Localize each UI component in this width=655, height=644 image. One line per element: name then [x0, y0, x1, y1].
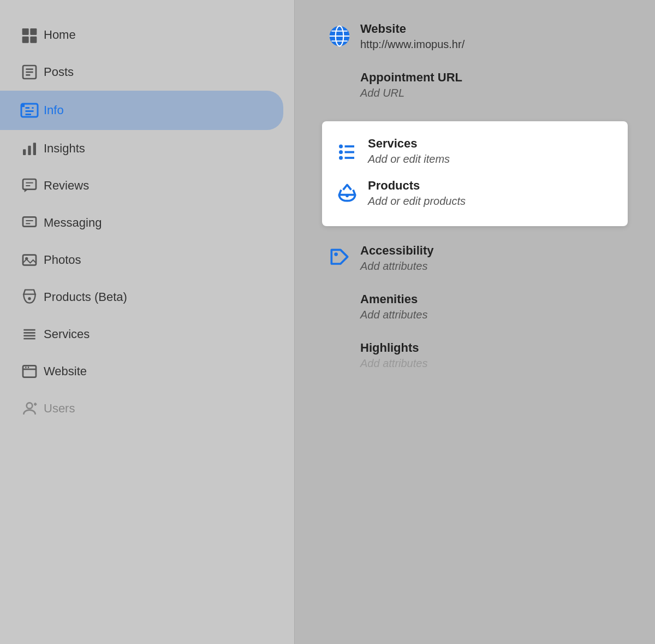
svg-rect-16: [33, 143, 36, 155]
posts-icon: [15, 63, 44, 81]
sidebar-item-reviews[interactable]: Reviews: [0, 167, 283, 204]
website-globe-icon: [327, 24, 360, 48]
svg-point-49: [334, 252, 338, 256]
sidebar-item-photos-label: Photos: [44, 253, 81, 267]
highlights-content: Highlights Add attributes: [360, 341, 427, 370]
sidebar-item-posts[interactable]: Posts: [0, 54, 283, 91]
services-subtitle: Add or edit items: [368, 153, 450, 166]
amenities-title: Amenities: [360, 292, 427, 306]
reviews-icon: [15, 177, 44, 194]
svg-point-32: [25, 367, 27, 368]
svg-rect-3: [30, 37, 37, 43]
svg-rect-20: [23, 217, 36, 226]
products-beta-icon: [15, 288, 44, 306]
website-icon: [15, 363, 44, 380]
amenities-row[interactable]: Amenities Add attributes: [322, 292, 628, 321]
services-title: Services: [368, 137, 450, 151]
accessibility-content: Accessibility Add attributes: [360, 244, 434, 273]
products-subtitle: Add or edit products: [368, 195, 466, 208]
sidebar-item-home-label: Home: [44, 28, 76, 42]
svg-point-33: [28, 367, 29, 368]
svg-rect-15: [28, 146, 31, 155]
svg-rect-23: [23, 255, 36, 265]
services-list-icon: [335, 139, 368, 162]
sidebar-item-services-label: Services: [44, 327, 90, 341]
sidebar-item-products-beta-label: Products (Beta): [44, 290, 127, 304]
accessibility-row[interactable]: Accessibility Add attributes: [322, 244, 628, 273]
svg-rect-30: [23, 365, 36, 377]
sidebar-item-insights[interactable]: Insights: [0, 130, 283, 167]
sidebar-item-home[interactable]: Home: [0, 16, 283, 54]
svg-rect-14: [23, 149, 26, 155]
appointment-url-subtitle: Add URL: [360, 87, 462, 99]
sidebar-item-website-label: Website: [44, 364, 87, 379]
photos-icon: [15, 251, 44, 269]
svg-rect-13: [21, 104, 25, 107]
highlights-row[interactable]: Highlights Add attributes: [322, 341, 628, 370]
website-title: Website: [360, 22, 465, 36]
products-title: Products: [368, 179, 466, 193]
home-icon: [15, 26, 44, 44]
svg-point-46: [339, 156, 343, 160]
website-url: http://www.imopus.hr/: [360, 38, 465, 51]
sidebar-item-products-beta[interactable]: Products (Beta): [0, 279, 283, 316]
main-content: Website http://www.imopus.hr/ Appointmen…: [295, 0, 655, 644]
highlights-subtitle: Add attributes: [360, 357, 427, 370]
sidebar-item-photos[interactable]: Photos: [0, 241, 283, 279]
sidebar-item-info[interactable]: Info: [0, 91, 283, 130]
svg-rect-17: [23, 179, 36, 190]
svg-rect-1: [30, 28, 37, 35]
sidebar-item-info-label: Info: [44, 103, 64, 117]
sidebar-item-services[interactable]: Services: [0, 316, 283, 353]
products-content: Products Add or edit products: [368, 179, 466, 208]
sidebar-item-messaging-label: Messaging: [44, 216, 102, 230]
products-row[interactable]: Products Add or edit products: [335, 179, 615, 208]
svg-point-25: [28, 297, 31, 300]
services-products-card: Services Add or edit items Products Add …: [322, 121, 628, 226]
sidebar-item-users[interactable]: Users: [0, 390, 283, 427]
highlights-title: Highlights: [360, 341, 427, 355]
services-content: Services Add or edit items: [368, 137, 450, 166]
svg-point-44: [339, 150, 343, 154]
sidebar-item-reviews-label: Reviews: [44, 179, 89, 193]
accessibility-subtitle: Add attributes: [360, 260, 434, 273]
website-content: Website http://www.imopus.hr/: [360, 22, 465, 51]
messaging-icon: [15, 214, 44, 232]
insights-icon: [15, 140, 44, 157]
sidebar-item-insights-label: Insights: [44, 141, 85, 156]
info-icon: [15, 101, 44, 120]
appointment-url-row[interactable]: Appointment URL Add URL: [322, 70, 628, 99]
appointment-url-content: Appointment URL Add URL: [360, 70, 462, 99]
website-row[interactable]: Website http://www.imopus.hr/: [322, 22, 628, 51]
services-row[interactable]: Services Add or edit items: [335, 137, 615, 166]
accessibility-title: Accessibility: [360, 244, 434, 258]
svg-rect-0: [22, 28, 29, 35]
sidebar: Home Posts Info: [0, 0, 295, 644]
sidebar-item-website[interactable]: Website: [0, 353, 283, 390]
users-icon: [15, 400, 44, 417]
svg-point-34: [27, 403, 33, 409]
appointment-url-title: Appointment URL: [360, 70, 462, 85]
products-basket-icon: [335, 181, 368, 205]
sidebar-item-users-label: Users: [44, 401, 75, 416]
sidebar-item-messaging[interactable]: Messaging: [0, 204, 283, 241]
svg-point-48: [346, 194, 349, 198]
amenities-subtitle: Add attributes: [360, 309, 427, 321]
services-icon: [15, 326, 44, 343]
amenities-content: Amenities Add attributes: [360, 292, 427, 321]
sidebar-item-posts-label: Posts: [44, 65, 74, 79]
accessibility-tag-icon: [327, 246, 360, 270]
svg-point-42: [339, 145, 343, 149]
svg-rect-2: [22, 37, 29, 43]
